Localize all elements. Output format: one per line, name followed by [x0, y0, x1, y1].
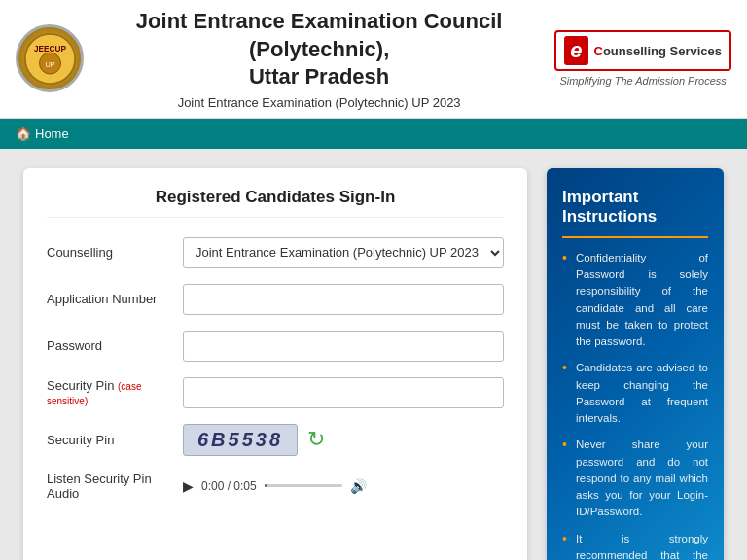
password-label: Password: [47, 338, 183, 353]
home-icon: 🏠: [16, 126, 31, 141]
navbar: 🏠 Home: [0, 119, 747, 149]
home-label: Home: [35, 126, 69, 141]
security-pin-display-label: Security Pin: [47, 433, 183, 447]
brand-letter: e: [564, 36, 587, 65]
page-subtitle: Joint Entrance Examination (Polytechnic)…: [84, 95, 554, 110]
audio-time: 0:00 / 0:05: [201, 479, 257, 493]
left-logo: JEECUP UP: [16, 24, 84, 92]
instruction-item-1: Confidentiality of Password is solely re…: [562, 250, 708, 351]
application-number-row: Application Number: [47, 284, 504, 315]
brand-tagline: Simplifying The Admission Process: [559, 75, 726, 87]
counselling-select[interactable]: Joint Entrance Examination (Polytechnic)…: [183, 237, 504, 268]
security-pin-input-label: Security Pin (case sensitive): [47, 378, 183, 407]
counselling-row: Counselling Joint Entrance Examination (…: [47, 237, 504, 268]
info-panel: Important Instructions Confidentiality o…: [547, 168, 724, 560]
instruction-item-3: Never share your password and do not res…: [562, 437, 708, 520]
home-link[interactable]: 🏠 Home: [16, 126, 69, 141]
form-panel: Registered Candidates Sign-In Counsellin…: [23, 168, 527, 560]
audio-row: Listen Security Pin Audio ▶ 0:00 / 0:05 …: [47, 472, 504, 501]
audio-progress-bar[interactable]: [265, 484, 342, 487]
security-pin-display-area: 6B5538 ↻: [183, 424, 325, 456]
instruction-item-4: It is strongly recommended that the OTP …: [562, 531, 708, 560]
form-title: Registered Candidates Sign-In: [47, 188, 504, 218]
instruction-item-2: Candidates are advised to keep changing …: [562, 360, 708, 427]
audio-label: Listen Security Pin Audio: [47, 472, 183, 501]
pin-code: 6B5538: [183, 424, 298, 456]
header-center: Joint Entrance Examination Council (Poly…: [84, 8, 554, 110]
security-pin-display-row: Security Pin 6B5538 ↻: [47, 424, 504, 456]
password-input[interactable]: [183, 331, 504, 362]
page-title: Joint Entrance Examination Council (Poly…: [84, 8, 554, 91]
main-content: Registered Candidates Sign-In Counsellin…: [4, 149, 743, 560]
security-pin-input[interactable]: [183, 377, 504, 408]
page-header: JEECUP UP Joint Entrance Examination Cou…: [0, 0, 747, 119]
password-row: Password: [47, 331, 504, 362]
ecounselling-brand: e Counselling Services: [554, 30, 731, 71]
play-button[interactable]: ▶: [183, 478, 194, 494]
volume-icon: 🔊: [350, 478, 367, 494]
application-number-label: Application Number: [47, 292, 183, 306]
info-title: Important Instructions: [562, 188, 708, 227]
refresh-pin-button[interactable]: ↻: [307, 427, 325, 452]
counselling-label: Counselling: [47, 245, 183, 260]
security-pin-input-row: Security Pin (case sensitive): [47, 377, 504, 408]
right-logo: e Counselling Services Simplifying The A…: [554, 30, 731, 87]
application-number-input[interactable]: [183, 284, 504, 315]
brand-name: Counselling Services: [594, 44, 723, 58]
instructions-list: Confidentiality of Password is solely re…: [562, 250, 708, 560]
svg-text:UP: UP: [45, 60, 54, 69]
audio-player: ▶ 0:00 / 0:05 🔊: [183, 478, 367, 494]
info-divider: [562, 236, 708, 238]
